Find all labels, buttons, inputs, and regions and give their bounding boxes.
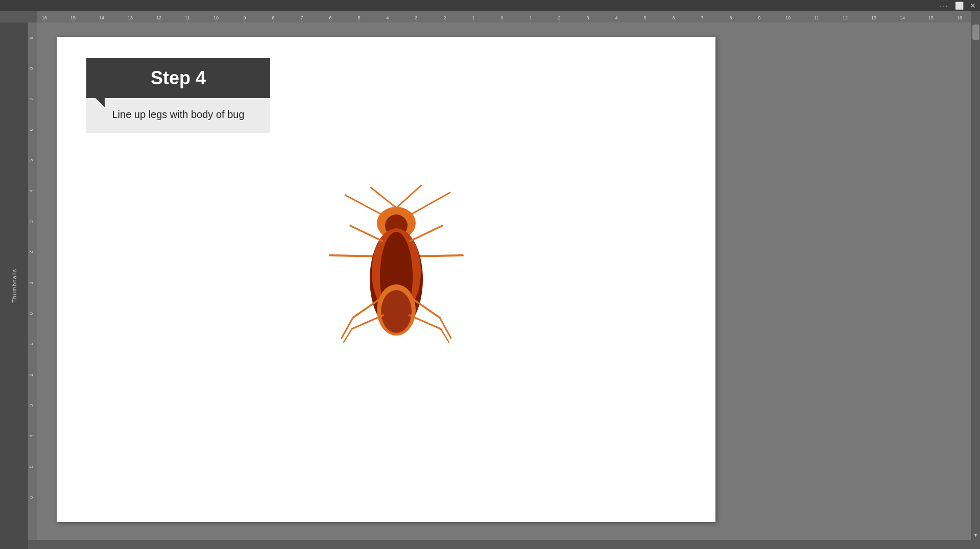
document-page: Step 4 Line up legs with body of bug [57, 37, 715, 522]
svg-line-71 [396, 185, 422, 208]
close-icon[interactable]: ✕ [970, 2, 976, 10]
step-body: Line up legs with body of bug [86, 98, 270, 133]
svg-line-73 [409, 193, 450, 216]
top-bar: ··· ⬜ ✕ [0, 0, 980, 11]
more-icon[interactable]: ··· [940, 2, 949, 10]
svg-text:2: 2 [558, 15, 560, 20]
svg-text:13: 13 [871, 15, 876, 20]
svg-text:12: 12 [156, 15, 161, 20]
ruler-svg-v: 9 8 7 6 5 4 3 2 1 0 1 2 3 4 5 6 [28, 22, 37, 540]
svg-text:11: 11 [185, 15, 190, 20]
svg-line-83 [350, 226, 383, 241]
svg-text:15: 15 [928, 15, 934, 20]
scrollbar-bottom[interactable] [28, 540, 971, 549]
svg-text:9: 9 [758, 15, 760, 20]
svg-text:4: 4 [29, 435, 34, 437]
svg-text:5: 5 [357, 15, 360, 20]
scrollbar-right[interactable]: ▼ [971, 22, 980, 540]
svg-text:7: 7 [300, 15, 303, 20]
bug-illustration [322, 185, 470, 343]
svg-text:1: 1 [29, 281, 34, 284]
svg-text:14: 14 [99, 15, 104, 20]
svg-text:1: 1 [29, 343, 34, 345]
svg-text:14: 14 [900, 15, 905, 20]
step-header: Step 4 [86, 58, 270, 98]
svg-text:13: 13 [128, 15, 133, 20]
step-number: Step 4 [151, 67, 206, 88]
svg-text:2: 2 [443, 15, 446, 20]
svg-text:4: 4 [615, 15, 617, 20]
svg-point-82 [381, 290, 412, 333]
step-callout: Step 4 Line up legs with body of bug [86, 58, 270, 133]
svg-rect-53 [28, 22, 37, 540]
svg-line-89 [352, 315, 384, 329]
svg-text:4: 4 [29, 189, 34, 192]
svg-text:7: 7 [701, 15, 703, 20]
svg-line-72 [345, 195, 384, 216]
svg-text:5: 5 [29, 465, 34, 468]
svg-text:6: 6 [329, 15, 331, 20]
svg-text:0: 0 [500, 15, 503, 20]
svg-text:3: 3 [415, 15, 417, 20]
svg-text:15: 15 [70, 15, 76, 20]
svg-line-84 [410, 226, 442, 241]
thumbnails-sidebar[interactable]: Thumbnails [0, 22, 28, 549]
svg-text:6: 6 [29, 128, 34, 131]
svg-text:7: 7 [29, 98, 34, 100]
svg-line-86 [342, 318, 353, 338]
svg-text:6: 6 [29, 496, 34, 498]
svg-text:5: 5 [29, 159, 34, 161]
scrollbar-thumb[interactable] [972, 25, 979, 40]
svg-text:5: 5 [643, 15, 646, 20]
svg-text:8: 8 [729, 15, 732, 20]
svg-text:9: 9 [29, 36, 34, 39]
svg-text:0: 0 [29, 312, 34, 315]
svg-text:3: 3 [29, 220, 34, 223]
restore-icon[interactable]: ⬜ [955, 2, 964, 10]
ruler-svg-h: 16 15 14 13 12 11 10 9 8 7 6 5 4 3 2 1 0… [37, 11, 971, 22]
svg-line-70 [371, 187, 396, 208]
svg-text:1: 1 [472, 15, 474, 20]
svg-text:11: 11 [814, 15, 819, 20]
svg-line-88 [440, 318, 451, 338]
step-description: Line up legs with body of bug [112, 109, 244, 120]
svg-text:12: 12 [843, 15, 848, 20]
thumbnails-label: Thumbnails [11, 269, 17, 303]
svg-text:6: 6 [672, 15, 675, 20]
svg-text:1: 1 [529, 15, 532, 20]
svg-text:10: 10 [213, 15, 219, 20]
svg-text:2: 2 [29, 251, 34, 253]
svg-text:16: 16 [42, 15, 47, 20]
svg-text:16: 16 [957, 15, 962, 20]
window-controls[interactable]: ··· ⬜ ✕ [940, 2, 976, 10]
scroll-down-arrow[interactable]: ▼ [973, 532, 978, 538]
svg-text:2: 2 [29, 373, 34, 376]
svg-text:3: 3 [586, 15, 589, 20]
canvas-area: Step 4 Line up legs with body of bug [37, 22, 971, 540]
svg-text:8: 8 [272, 15, 274, 20]
horizontal-ruler: 16 15 14 13 12 11 10 9 8 7 6 5 4 3 2 1 0… [37, 11, 971, 22]
svg-text:9: 9 [243, 15, 246, 20]
svg-text:8: 8 [29, 67, 34, 69]
svg-rect-0 [37, 11, 971, 22]
svg-line-91 [409, 315, 441, 329]
svg-text:3: 3 [29, 404, 34, 407]
svg-text:4: 4 [386, 15, 389, 20]
vertical-ruler: 9 8 7 6 5 4 3 2 1 0 1 2 3 4 5 6 [28, 22, 37, 540]
svg-text:10: 10 [785, 15, 791, 20]
bug-svg [322, 185, 470, 343]
